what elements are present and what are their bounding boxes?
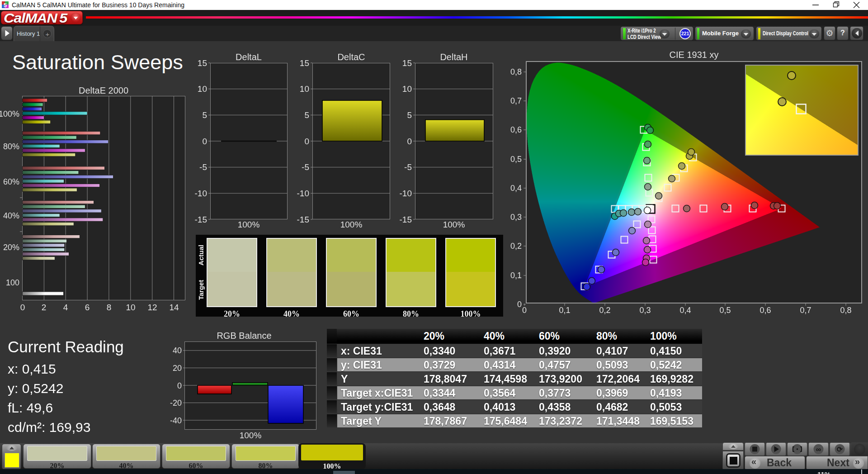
svg-text:∞: ∞ xyxy=(816,446,821,453)
svg-text:10: 10 xyxy=(402,84,412,94)
svg-text:0,1: 0,1 xyxy=(559,306,570,315)
svg-text:12: 12 xyxy=(147,303,157,312)
svg-text:40%: 40% xyxy=(3,211,19,220)
svg-text:100%: 100% xyxy=(238,220,260,229)
svg-text:20%: 20% xyxy=(3,243,19,252)
svg-text:0: 0 xyxy=(177,381,182,390)
svg-text:-10: -10 xyxy=(400,189,412,198)
svg-text:8: 8 xyxy=(107,303,112,312)
svg-text:0,7: 0,7 xyxy=(510,96,522,105)
svg-text:0,5: 0,5 xyxy=(510,155,522,164)
svg-text:0,2: 0,2 xyxy=(599,306,610,315)
svg-text:10: 10 xyxy=(126,303,135,312)
svg-text:100: 100 xyxy=(6,278,19,287)
svg-text:2: 2 xyxy=(42,303,47,312)
svg-text:100%: 100% xyxy=(240,431,262,440)
svg-text:80%: 80% xyxy=(3,142,19,151)
svg-text:10: 10 xyxy=(198,84,207,94)
svg-text:0: 0 xyxy=(304,137,309,146)
svg-text:0,7: 0,7 xyxy=(800,306,811,315)
svg-text:0: 0 xyxy=(202,137,207,146)
svg-text:100%: 100% xyxy=(443,220,465,229)
svg-text:0,6: 0,6 xyxy=(510,125,522,134)
svg-text:0,4: 0,4 xyxy=(510,184,522,193)
svg-text:DeltaE 2000: DeltaE 2000 xyxy=(79,85,128,95)
svg-text:-10: -10 xyxy=(195,189,207,198)
svg-text:RGB Balance: RGB Balance xyxy=(217,331,271,341)
svg-text:4: 4 xyxy=(63,303,68,312)
svg-text:6: 6 xyxy=(85,303,90,312)
svg-text:15: 15 xyxy=(402,58,412,68)
svg-text:CIE 1931 xy: CIE 1931 xy xyxy=(670,50,719,60)
svg-text:0,6: 0,6 xyxy=(760,306,771,315)
svg-text:15: 15 xyxy=(198,58,207,68)
svg-text:-10: -10 xyxy=(297,189,309,198)
svg-text:5: 5 xyxy=(202,110,207,120)
svg-text:-40: -40 xyxy=(170,416,182,425)
svg-text:100%: 100% xyxy=(340,220,363,229)
svg-text:-5: -5 xyxy=(302,162,309,172)
svg-text:⟳: ⟳ xyxy=(837,446,843,453)
svg-text:DeltaH: DeltaH xyxy=(440,52,467,62)
svg-text:0: 0 xyxy=(20,303,25,312)
svg-text:0,2: 0,2 xyxy=(510,242,522,251)
svg-text:40: 40 xyxy=(173,346,182,355)
svg-text:15: 15 xyxy=(300,58,309,68)
svg-text:DeltaL: DeltaL xyxy=(236,52,262,62)
svg-text:60%: 60% xyxy=(3,177,19,186)
svg-text:-20: -20 xyxy=(170,398,182,408)
svg-text:0,4: 0,4 xyxy=(679,306,691,315)
svg-text:10: 10 xyxy=(300,84,309,94)
svg-text:5: 5 xyxy=(304,110,309,120)
svg-text:-15: -15 xyxy=(297,215,309,224)
svg-text:100%: 100% xyxy=(0,109,19,118)
svg-text:0,3: 0,3 xyxy=(510,213,522,222)
svg-text:0,8: 0,8 xyxy=(840,306,851,315)
svg-text:5: 5 xyxy=(407,110,412,120)
svg-text:-15: -15 xyxy=(195,215,207,224)
svg-text:-15: -15 xyxy=(400,215,412,224)
svg-text:0: 0 xyxy=(407,137,412,146)
svg-text:-5: -5 xyxy=(404,162,412,172)
svg-text:DeltaC: DeltaC xyxy=(337,52,365,62)
svg-text:14: 14 xyxy=(169,303,179,312)
svg-text:0,3: 0,3 xyxy=(639,306,651,315)
svg-text:0,1: 0,1 xyxy=(510,271,522,280)
svg-text:0: 0 xyxy=(522,306,527,315)
svg-text:20: 20 xyxy=(173,364,182,373)
svg-text:-5: -5 xyxy=(199,162,207,172)
svg-text:0,5: 0,5 xyxy=(719,306,731,315)
svg-text:0,8: 0,8 xyxy=(510,67,522,76)
svg-text:0: 0 xyxy=(517,300,522,309)
